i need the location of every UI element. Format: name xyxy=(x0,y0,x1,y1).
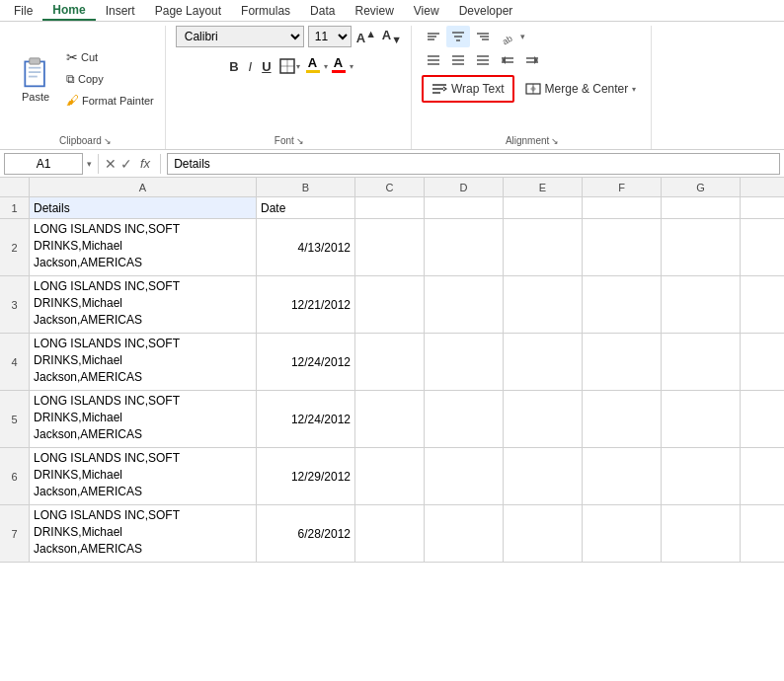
menu-home[interactable]: Home xyxy=(42,1,95,21)
formula-input[interactable] xyxy=(167,153,780,175)
font-family-select[interactable]: Calibri xyxy=(176,26,304,47)
cell-d5[interactable] xyxy=(425,391,504,447)
menu-review[interactable]: Review xyxy=(345,2,403,20)
cell-e5[interactable] xyxy=(504,391,583,447)
cell-a6[interactable]: LONG ISLANDS INC,SOFT DRINKS,Michael Jac… xyxy=(30,448,257,504)
cell-f4[interactable] xyxy=(583,334,662,390)
format-painter-button[interactable]: 🖌 Format Painter xyxy=(63,91,157,111)
menu-formulas[interactable]: Formulas xyxy=(231,2,300,20)
font-expand-icon[interactable]: ↘ xyxy=(296,136,304,146)
cell-e7[interactable] xyxy=(504,505,583,562)
cell-f7[interactable] xyxy=(583,505,662,562)
font-color-button[interactable]: A xyxy=(330,55,348,77)
col-header-a[interactable]: A xyxy=(30,178,257,196)
confirm-formula-button[interactable]: ✓ xyxy=(120,156,132,172)
cell-g3[interactable] xyxy=(662,276,741,333)
col-header-f[interactable]: F xyxy=(583,178,662,196)
h-align-left-button[interactable] xyxy=(422,49,445,71)
cell-a3[interactable]: LONG ISLANDS INC,SOFT DRINKS,Michael Jac… xyxy=(30,276,257,333)
cell-g2[interactable] xyxy=(662,219,741,275)
align-right-button[interactable] xyxy=(471,26,495,47)
cell-c7[interactable] xyxy=(355,505,425,562)
cell-b3[interactable]: 12/21/2012 xyxy=(257,276,355,333)
cell-e4[interactable] xyxy=(504,334,583,390)
menu-view[interactable]: View xyxy=(404,2,449,20)
menu-data[interactable]: Data xyxy=(300,2,345,20)
cell-d6[interactable] xyxy=(425,448,504,504)
font-size-decrease-button[interactable]: A▼ xyxy=(381,28,403,45)
border-button[interactable]: ▾ xyxy=(277,55,302,77)
cell-d2[interactable] xyxy=(425,219,504,275)
cell-g7[interactable] xyxy=(662,505,741,562)
cell-a1[interactable]: Details xyxy=(30,197,257,218)
cell-c4[interactable] xyxy=(355,334,425,390)
cell-f6[interactable] xyxy=(583,448,662,504)
cell-c3[interactable] xyxy=(355,276,425,333)
font-color-dropdown-arrow[interactable]: ▾ xyxy=(350,62,353,71)
cell-g6[interactable] xyxy=(662,448,741,504)
menu-file[interactable]: File xyxy=(4,2,42,20)
cell-d4[interactable] xyxy=(425,334,504,390)
cell-g5[interactable] xyxy=(662,391,741,447)
merge-center-button[interactable]: Merge & Center ▾ xyxy=(518,76,644,102)
cell-g1[interactable] xyxy=(662,197,741,218)
name-box-dropdown-arrow[interactable]: ▾ xyxy=(87,159,92,169)
bold-button[interactable]: B xyxy=(225,55,242,77)
menu-insert[interactable]: Insert xyxy=(96,2,145,20)
cell-b7[interactable]: 6/28/2012 xyxy=(257,505,355,562)
cell-c2[interactable] xyxy=(355,219,425,275)
paste-button[interactable]: Paste xyxy=(14,44,57,114)
cell-c6[interactable] xyxy=(355,448,425,504)
cell-e3[interactable] xyxy=(504,276,583,333)
h-align-center-button[interactable] xyxy=(446,49,470,71)
copy-button[interactable]: ⧉ Copy xyxy=(63,69,157,89)
font-size-select[interactable]: 11 xyxy=(308,26,352,47)
col-header-d[interactable]: D xyxy=(425,178,504,196)
cell-c1[interactable] xyxy=(355,197,425,218)
menu-page-layout[interactable]: Page Layout xyxy=(145,2,231,20)
font-size-increase-button[interactable]: A▲ xyxy=(355,28,377,45)
orientation-dropdown[interactable]: ▾ xyxy=(520,32,525,41)
col-header-b[interactable]: B xyxy=(257,178,355,196)
alignment-expand-icon[interactable]: ↘ xyxy=(551,136,559,146)
col-header-e[interactable]: E xyxy=(504,178,583,196)
cell-f2[interactable] xyxy=(583,219,662,275)
orientation-button[interactable]: ab xyxy=(496,26,519,47)
menu-developer[interactable]: Developer xyxy=(449,2,523,20)
indent-increase-button[interactable] xyxy=(520,49,544,71)
cell-b1[interactable]: Date xyxy=(257,197,355,218)
name-box[interactable] xyxy=(4,153,83,175)
cell-b2[interactable]: 4/13/2012 xyxy=(257,219,355,275)
cell-b5[interactable]: 12/24/2012 xyxy=(257,391,355,447)
cancel-formula-button[interactable]: ✕ xyxy=(105,156,117,172)
cell-f3[interactable] xyxy=(583,276,662,333)
cell-b4[interactable]: 12/24/2012 xyxy=(257,334,355,390)
cell-c5[interactable] xyxy=(355,391,425,447)
wrap-text-button[interactable]: Wrap Text xyxy=(422,75,514,103)
cell-d3[interactable] xyxy=(425,276,504,333)
indent-decrease-button[interactable] xyxy=(496,49,519,71)
cell-e1[interactable] xyxy=(504,197,583,218)
cell-f1[interactable] xyxy=(583,197,662,218)
cell-a2[interactable]: LONG ISLANDS INC,SOFT DRINKS,Michael Jac… xyxy=(30,219,257,275)
h-align-right-button[interactable] xyxy=(471,49,495,71)
cell-b6[interactable]: 12/29/2012 xyxy=(257,448,355,504)
highlight-color-button[interactable]: A xyxy=(304,55,322,77)
align-center-button[interactable] xyxy=(446,26,470,47)
cell-a5[interactable]: LONG ISLANDS INC,SOFT DRINKS,Michael Jac… xyxy=(30,391,257,447)
col-header-g[interactable]: G xyxy=(662,178,741,196)
highlight-dropdown-arrow[interactable]: ▾ xyxy=(324,62,328,71)
cell-d7[interactable] xyxy=(425,505,504,562)
clipboard-expand-icon[interactable]: ↘ xyxy=(104,136,112,146)
cell-a7[interactable]: LONG ISLANDS INC,SOFT DRINKS,Michael Jac… xyxy=(30,505,257,562)
cell-e6[interactable] xyxy=(504,448,583,504)
cell-f5[interactable] xyxy=(583,391,662,447)
underline-button[interactable]: U xyxy=(258,55,274,77)
cell-a4[interactable]: LONG ISLANDS INC,SOFT DRINKS,Michael Jac… xyxy=(30,334,257,390)
cut-button[interactable]: ✂ Cut xyxy=(63,47,157,67)
col-header-c[interactable]: C xyxy=(355,178,425,196)
cell-e2[interactable] xyxy=(504,219,583,275)
italic-button[interactable]: I xyxy=(245,55,257,77)
cell-g4[interactable] xyxy=(662,334,741,390)
align-top-left-button[interactable] xyxy=(422,26,445,47)
